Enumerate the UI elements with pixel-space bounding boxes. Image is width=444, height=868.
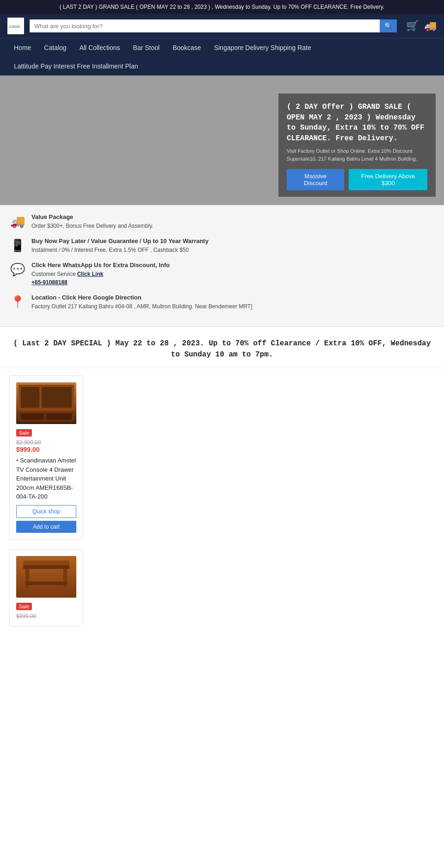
sale-banner: ( Last 2 DAY SPECIAL ) May 22 to 28 , 20… [0,327,444,368]
nav-item-home[interactable]: Home [7,38,37,57]
product-card-2: Sale $999.00 [9,549,83,626]
search-button[interactable]: 🔍 [380,19,397,32]
nav-item-lattitude-pay[interactable]: Lattitude Pay Interest Free Installment … [7,57,144,75]
product-1-quick-shop[interactable]: Quick shop [16,505,76,518]
phone-link[interactable]: +65-91088188 [31,279,68,286]
info-value-package: 🚚 Value Package Order $300+, Bonus Free … [9,213,435,230]
svg-rect-6 [21,413,44,420]
product-1-price-old: $2,999.00 [16,439,41,446]
massive-discount-button[interactable]: Massive Discount [287,169,344,190]
search-bar-container: 🔍 [30,19,397,32]
info-whatsapp: 💬 Click Here WhatsApp Us for Extra Disco… [9,262,435,287]
location-icon: 📍 [9,295,26,309]
chat-icon: 💬 [9,262,26,277]
product-1-price-new: $999.00 [16,446,40,453]
location-text: Factory Outlet 217 Kallang Bahru #04-08 … [31,302,252,311]
logo[interactable]: LOGO [7,18,24,34]
svg-rect-8 [23,561,69,565]
value-package-title: Value Package [31,213,154,220]
hero-buttons: Massive Discount Free Delivery Above $30… [287,169,427,190]
info-location: 📍 Location - Click Here Google Direction… [9,294,435,311]
svg-rect-12 [25,581,67,585]
cart-icon[interactable]: 🛒 [406,20,419,32]
product-card-1: Sale $2,999.00 $999.00 • Scandinavian Am… [9,375,83,540]
nav-item-bookcase[interactable]: Bookcase [166,38,207,57]
whatsapp-title: Click Here WhatsApp Us for Extra Discoun… [31,262,170,269]
product-2-sale-badge: Sale [16,603,32,610]
product-2-price-old: $999.00 [16,613,36,619]
svg-rect-3 [21,387,39,408]
whatsapp-text: Customer Service Click Link +65-91088188 [31,270,170,287]
nav-item-catalog[interactable]: Catalog [37,38,73,57]
svg-rect-4 [42,387,72,408]
hero-subtitle: Visit Factory Outlet or Shop Online. Ext… [287,147,427,162]
hero-title: ( 2 DAY Offer ) GRAND SALE ( OPEN MAY 2 … [287,102,427,144]
svg-rect-7 [46,413,72,420]
products-section: Sale $2,999.00 $999.00 • Scandinavian Am… [0,368,444,643]
sale-banner-text: ( Last 2 DAY SPECIAL ) May 22 to 28 , 20… [13,339,431,359]
top-banner-text: ( LAST 2 DAY ) GRAND SALE ( OPEN MAY 22 … [60,4,385,10]
product-image-1 [16,382,76,424]
search-input[interactable] [30,19,380,32]
top-banner: ( LAST 2 DAY ) GRAND SALE ( OPEN MAY 22 … [0,0,444,14]
info-buy-now: 📱 Buy Now Pay Later / Value Guarantee / … [9,237,435,254]
truck-icon: 🚚 [9,214,26,229]
buy-now-title: Buy Now Pay Later / Value Guarantee / Up… [31,237,209,244]
nav-item-bar-stool[interactable]: Bar Stool [127,38,166,57]
hero-section: ( 2 DAY Offer ) GRAND SALE ( OPEN MAY 2 … [0,75,444,205]
hero-content: ( 2 DAY Offer ) GRAND SALE ( OPEN MAY 2 … [278,94,436,197]
svg-rect-9 [23,565,69,569]
svg-text:LOGO: LOGO [9,25,20,29]
nav-second-row: Lattitude Pay Interest Free Installment … [7,57,437,75]
product-1-add-cart[interactable]: Add to cart [16,521,76,533]
nav-item-all-collections[interactable]: All Collections [73,38,127,57]
phone-icon: 📱 [9,238,26,253]
product-1-sale-badge: Sale [16,429,32,437]
info-section: 🚚 Value Package Order $300+, Bonus Free … [0,205,444,327]
product-image-2 [16,556,76,598]
whatsapp-link[interactable]: Click Link [77,271,104,277]
location-title: Location - Click Here Google Direction [31,294,252,301]
nav-item-shipping-rate[interactable]: Singapore Delivery Shipping Rate [208,38,318,57]
buy-now-text: Instalment / 0% / Interest Free, Extra 1… [31,246,209,254]
delivery-icon: 🚚 [424,20,437,32]
value-package-text: Order $300+, Bonus Free Delivery and Ass… [31,222,154,230]
free-delivery-button[interactable]: Free Delivery Above $300 [349,169,427,190]
product-1-title: • Scandinavian Amstel TV Console 4 Drawe… [16,456,76,501]
nav-bar: Home Catalog All Collections Bar Stool B… [0,38,444,75]
header: LOGO 🔍 🛒 🚚 [0,14,444,38]
